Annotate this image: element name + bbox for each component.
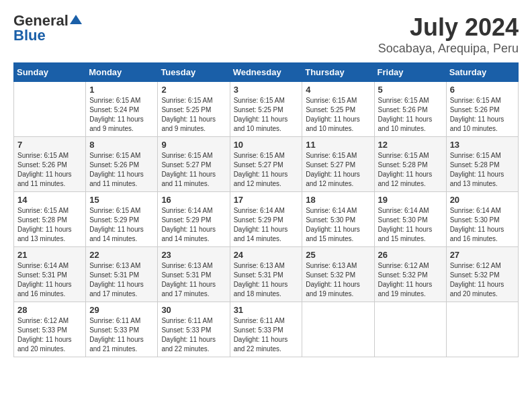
logo-triangle-icon: [70, 13, 82, 26]
calendar-cell: 11Sunrise: 6:15 AMSunset: 5:27 PMDayligh…: [302, 137, 374, 192]
day-number: 8: [89, 140, 154, 150]
calendar-table: SundayMondayTuesdayWednesdayThursdayFrid…: [13, 62, 519, 357]
calendar-cell: [14, 82, 86, 137]
day-info: Sunrise: 6:15 AMSunset: 5:28 PMDaylight:…: [378, 151, 443, 189]
day-number: 10: [234, 140, 299, 150]
calendar-cell: 14Sunrise: 6:15 AMSunset: 5:28 PMDayligh…: [14, 192, 86, 247]
day-info: Sunrise: 6:11 AMSunset: 5:33 PMDaylight:…: [234, 316, 299, 354]
calendar-cell: 8Sunrise: 6:15 AMSunset: 5:26 PMDaylight…: [86, 137, 158, 192]
day-number: 3: [234, 85, 299, 95]
day-info: Sunrise: 6:15 AMSunset: 5:26 PMDaylight:…: [450, 96, 515, 134]
day-number: 27: [450, 250, 515, 260]
day-number: 24: [234, 250, 299, 260]
calendar-cell: [302, 302, 374, 357]
calendar-cell: 12Sunrise: 6:15 AMSunset: 5:28 PMDayligh…: [374, 137, 446, 192]
calendar-cell: 27Sunrise: 6:12 AMSunset: 5:32 PMDayligh…: [446, 247, 518, 302]
weekday-header-thursday: Thursday: [302, 63, 374, 82]
day-info: Sunrise: 6:15 AMSunset: 5:26 PMDaylight:…: [89, 151, 154, 189]
day-number: 28: [17, 305, 82, 315]
calendar-cell: 2Sunrise: 6:15 AMSunset: 5:25 PMDaylight…: [158, 82, 230, 137]
calendar-cell: [374, 302, 446, 357]
calendar-cell: 31Sunrise: 6:11 AMSunset: 5:33 PMDayligh…: [230, 302, 302, 357]
calendar-cell: 28Sunrise: 6:12 AMSunset: 5:33 PMDayligh…: [14, 302, 86, 357]
title-area: July 2024 Socabaya, Arequipa, Peru: [378, 13, 519, 56]
day-info: Sunrise: 6:15 AMSunset: 5:26 PMDaylight:…: [378, 96, 443, 134]
calendar-cell: 21Sunrise: 6:14 AMSunset: 5:31 PMDayligh…: [14, 247, 86, 302]
calendar-cell: 16Sunrise: 6:14 AMSunset: 5:29 PMDayligh…: [158, 192, 230, 247]
day-number: 30: [161, 305, 226, 315]
calendar-cell: 13Sunrise: 6:15 AMSunset: 5:28 PMDayligh…: [446, 137, 518, 192]
calendar-week-row: 28Sunrise: 6:12 AMSunset: 5:33 PMDayligh…: [14, 302, 519, 357]
day-number: 13: [450, 140, 515, 150]
calendar-week-row: 7Sunrise: 6:15 AMSunset: 5:26 PMDaylight…: [14, 137, 519, 192]
day-number: 22: [89, 250, 154, 260]
day-number: 15: [89, 195, 154, 205]
day-info: Sunrise: 6:15 AMSunset: 5:27 PMDaylight:…: [161, 151, 226, 189]
weekday-header-friday: Friday: [374, 63, 446, 82]
day-number: 6: [450, 85, 515, 95]
calendar-cell: 22Sunrise: 6:13 AMSunset: 5:31 PMDayligh…: [86, 247, 158, 302]
day-number: 25: [306, 250, 370, 260]
day-info: Sunrise: 6:15 AMSunset: 5:25 PMDaylight:…: [161, 96, 226, 134]
calendar-cell: 1Sunrise: 6:15 AMSunset: 5:24 PMDaylight…: [86, 82, 158, 137]
day-info: Sunrise: 6:14 AMSunset: 5:31 PMDaylight:…: [17, 261, 82, 299]
day-number: 7: [17, 140, 82, 150]
day-info: Sunrise: 6:12 AMSunset: 5:32 PMDaylight:…: [378, 261, 443, 299]
day-info: Sunrise: 6:15 AMSunset: 5:27 PMDaylight:…: [306, 151, 370, 189]
calendar-cell: 18Sunrise: 6:14 AMSunset: 5:30 PMDayligh…: [302, 192, 374, 247]
day-number: 16: [161, 195, 226, 205]
day-number: 4: [306, 85, 370, 95]
calendar-cell: 3Sunrise: 6:15 AMSunset: 5:25 PMDaylight…: [230, 82, 302, 137]
day-number: 5: [378, 85, 443, 95]
calendar-cell: 25Sunrise: 6:13 AMSunset: 5:32 PMDayligh…: [302, 247, 374, 302]
day-number: 21: [17, 250, 82, 260]
day-number: 14: [17, 195, 82, 205]
day-info: Sunrise: 6:13 AMSunset: 5:31 PMDaylight:…: [89, 261, 154, 299]
calendar-cell: 4Sunrise: 6:15 AMSunset: 5:25 PMDaylight…: [302, 82, 374, 137]
calendar-cell: 17Sunrise: 6:14 AMSunset: 5:29 PMDayligh…: [230, 192, 302, 247]
weekday-header-sunday: Sunday: [14, 63, 86, 82]
day-info: Sunrise: 6:15 AMSunset: 5:28 PMDaylight:…: [450, 151, 515, 189]
calendar-cell: [446, 302, 518, 357]
day-info: Sunrise: 6:12 AMSunset: 5:33 PMDaylight:…: [17, 316, 82, 354]
day-info: Sunrise: 6:15 AMSunset: 5:27 PMDaylight:…: [234, 151, 299, 189]
logo: General Blue: [13, 13, 82, 43]
calendar-cell: 9Sunrise: 6:15 AMSunset: 5:27 PMDaylight…: [158, 137, 230, 192]
day-info: Sunrise: 6:13 AMSunset: 5:31 PMDaylight:…: [234, 261, 299, 299]
day-info: Sunrise: 6:13 AMSunset: 5:31 PMDaylight:…: [161, 261, 226, 299]
svg-marker-0: [70, 15, 82, 24]
day-number: 29: [89, 305, 154, 315]
day-number: 17: [234, 195, 299, 205]
day-number: 1: [89, 85, 154, 95]
day-number: 12: [378, 140, 443, 150]
day-info: Sunrise: 6:11 AMSunset: 5:33 PMDaylight:…: [161, 316, 226, 354]
day-number: 26: [378, 250, 443, 260]
day-info: Sunrise: 6:14 AMSunset: 5:29 PMDaylight:…: [161, 206, 226, 244]
calendar-cell: 15Sunrise: 6:15 AMSunset: 5:29 PMDayligh…: [86, 192, 158, 247]
calendar-cell: 5Sunrise: 6:15 AMSunset: 5:26 PMDaylight…: [374, 82, 446, 137]
day-info: Sunrise: 6:14 AMSunset: 5:30 PMDaylight:…: [378, 206, 443, 244]
weekday-header-row: SundayMondayTuesdayWednesdayThursdayFrid…: [14, 63, 519, 82]
day-info: Sunrise: 6:15 AMSunset: 5:24 PMDaylight:…: [89, 96, 154, 134]
calendar-cell: 6Sunrise: 6:15 AMSunset: 5:26 PMDaylight…: [446, 82, 518, 137]
calendar-cell: 29Sunrise: 6:11 AMSunset: 5:33 PMDayligh…: [86, 302, 158, 357]
day-number: 23: [161, 250, 226, 260]
day-info: Sunrise: 6:15 AMSunset: 5:25 PMDaylight:…: [234, 96, 299, 134]
day-number: 20: [450, 195, 515, 205]
calendar-cell: 7Sunrise: 6:15 AMSunset: 5:26 PMDaylight…: [14, 137, 86, 192]
day-info: Sunrise: 6:12 AMSunset: 5:32 PMDaylight:…: [450, 261, 515, 299]
day-number: 19: [378, 195, 443, 205]
day-number: 11: [306, 140, 370, 150]
calendar-week-row: 14Sunrise: 6:15 AMSunset: 5:28 PMDayligh…: [14, 192, 519, 247]
page-header: General Blue July 2024 Socabaya, Arequip…: [13, 13, 519, 56]
calendar-cell: 30Sunrise: 6:11 AMSunset: 5:33 PMDayligh…: [158, 302, 230, 357]
day-number: 18: [306, 195, 370, 205]
day-info: Sunrise: 6:11 AMSunset: 5:33 PMDaylight:…: [89, 316, 154, 354]
calendar-cell: 20Sunrise: 6:14 AMSunset: 5:30 PMDayligh…: [446, 192, 518, 247]
weekday-header-wednesday: Wednesday: [230, 63, 302, 82]
weekday-header-tuesday: Tuesday: [158, 63, 230, 82]
weekday-header-saturday: Saturday: [446, 63, 518, 82]
day-info: Sunrise: 6:13 AMSunset: 5:32 PMDaylight:…: [306, 261, 370, 299]
month-year-title: July 2024: [378, 13, 519, 42]
day-number: 9: [161, 140, 226, 150]
